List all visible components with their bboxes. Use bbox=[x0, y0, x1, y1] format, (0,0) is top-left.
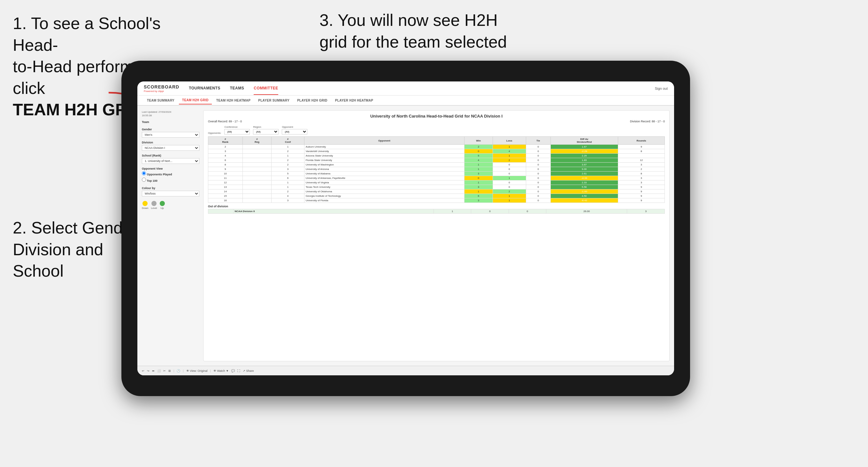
school-select[interactable]: 1. University of Nort... bbox=[142, 158, 199, 164]
cell-reg bbox=[243, 163, 272, 167]
cell-diff: 5.56 bbox=[551, 185, 618, 189]
logo-area: SCOREBOARD Powered by clippi bbox=[144, 84, 179, 93]
gender-select[interactable]: Men's bbox=[142, 132, 199, 138]
top-100-option[interactable]: Top 100 bbox=[142, 178, 199, 182]
opponent-filter-select[interactable]: (All) bbox=[282, 129, 307, 134]
table-row: 12 1 University of Virginia 1 0 0 2.33 3 bbox=[208, 181, 665, 185]
nav-tournaments[interactable]: TOURNAMENTS bbox=[189, 82, 220, 95]
cell-opponent: University of Washington bbox=[304, 163, 464, 167]
out-division-loss: 0 bbox=[471, 209, 508, 214]
school-section: School (Rank) 1. University of Nort... bbox=[142, 154, 199, 164]
col-rank: #Rank bbox=[208, 137, 243, 145]
division-select[interactable]: NCAA Division I bbox=[142, 145, 199, 151]
ann2-line2: Division and bbox=[13, 240, 103, 259]
cell-rank: 4 bbox=[208, 154, 243, 158]
subnav-team-h2h-grid[interactable]: TEAM H2H GRID bbox=[179, 96, 212, 104]
up-label: Up bbox=[160, 207, 163, 210]
cell-opponent: Georgia Institute of Technology bbox=[304, 194, 464, 198]
share-button[interactable]: ↗ Share bbox=[243, 369, 254, 372]
cell-rounds: 9 bbox=[618, 198, 664, 203]
cell-rank: 6 bbox=[208, 158, 243, 163]
cell-reg bbox=[243, 189, 272, 194]
out-division-row: NCAA Division II 1 0 0 26.00 3 bbox=[208, 209, 665, 214]
division-section: Division NCAA Division I bbox=[142, 141, 199, 151]
cell-reg bbox=[243, 176, 272, 181]
cell-loss: 0 bbox=[493, 172, 526, 176]
table-row: 14 2 University of Oklahoma 1 2 0 -1.00 … bbox=[208, 189, 665, 194]
cell-tie: 0 bbox=[526, 167, 551, 172]
cell-conf: 1 bbox=[272, 185, 304, 189]
table-row: 11 6 University of Arkansas, Fayettevill… bbox=[208, 176, 665, 181]
redo-button[interactable]: ↪ bbox=[147, 369, 150, 372]
cell-loss: 0 bbox=[493, 163, 526, 167]
cell-diff: 2.33 bbox=[551, 181, 618, 185]
overall-record: Overall Record: 89 - 17 - 0 bbox=[208, 120, 242, 123]
cell-loss: 1 bbox=[493, 154, 526, 158]
cell-reg bbox=[243, 198, 272, 203]
conference-filter-label: Conference bbox=[224, 126, 250, 128]
view-original-button[interactable]: 👁 View: Original bbox=[186, 369, 208, 372]
col-win: Win bbox=[464, 137, 493, 145]
out-of-division-label: Out of division bbox=[208, 205, 665, 208]
ann3-line1: 3. You will now see H2H bbox=[319, 11, 498, 29]
col-opponent: Opponent bbox=[304, 137, 464, 145]
ann2-line3: School bbox=[13, 261, 64, 280]
sub-nav: TEAM SUMMARY TEAM H2H GRID TEAM H2H HEAT… bbox=[137, 95, 674, 106]
cell-opponent: University of Arizona bbox=[304, 167, 464, 172]
cell-rank: 16 bbox=[208, 198, 243, 203]
cell-conf: 2 bbox=[272, 163, 304, 167]
nav-committee[interactable]: COMMITTEE bbox=[254, 82, 278, 95]
cell-tie: 0 bbox=[526, 154, 551, 158]
cell-loss: 2 bbox=[493, 158, 526, 163]
table-row: 15 4 Georgia Institute of Technology 6 1… bbox=[208, 194, 665, 198]
nav-items: TOURNAMENTS TEAMS COMMITTEE bbox=[189, 82, 655, 95]
undo-button[interactable]: ↩ bbox=[142, 369, 145, 372]
down-color-dot bbox=[143, 201, 148, 206]
cell-win: 4 bbox=[464, 158, 493, 163]
h2h-data-table: #Rank #Reg #Conf Opponent Win Loss Tie D… bbox=[208, 136, 665, 203]
cell-rounds: 12 bbox=[618, 158, 664, 163]
cell-diff: -6.42 bbox=[551, 198, 618, 203]
cell-win: 3 bbox=[464, 198, 493, 203]
cell-opponent: University of Arkansas, Fayetteville bbox=[304, 176, 464, 181]
cell-conf: 1 bbox=[272, 145, 304, 149]
opponents-played-option[interactable]: Opponents Played bbox=[142, 171, 199, 176]
cell-win: 3 bbox=[464, 172, 493, 176]
cell-conf: 3 bbox=[272, 198, 304, 203]
cell-rank: 2 bbox=[208, 145, 243, 149]
opponent-view-label: Opponent View bbox=[142, 167, 199, 170]
comment-button[interactable]: 💬 bbox=[231, 369, 235, 372]
subnav-player-h2h-heatmap[interactable]: PLAYER H2H HEATMAP bbox=[332, 97, 376, 104]
opponents-played-radio[interactable] bbox=[142, 171, 146, 175]
cell-loss: 0 bbox=[493, 167, 526, 172]
cell-loss: 1 bbox=[493, 198, 526, 203]
subnav-player-h2h-grid[interactable]: PLAYER H2H GRID bbox=[294, 97, 331, 104]
top-100-radio[interactable] bbox=[142, 178, 146, 182]
fullscreen-button[interactable]: ⛶ bbox=[237, 369, 240, 372]
col-loss: Loss bbox=[493, 137, 526, 145]
cell-opponent: Vanderbilt University bbox=[304, 149, 464, 154]
cell-rounds: 2 bbox=[618, 167, 664, 172]
nav-teams[interactable]: TEAMS bbox=[230, 82, 244, 95]
colour-by-select[interactable]: Win/loss bbox=[142, 191, 199, 196]
subnav-team-summary[interactable]: TEAM SUMMARY bbox=[144, 97, 178, 104]
subnav-player-summary[interactable]: PLAYER SUMMARY bbox=[255, 97, 292, 104]
cell-diff: 1.67 bbox=[551, 145, 618, 149]
cell-rank: 13 bbox=[208, 185, 243, 189]
conference-filter-select[interactable]: (All) bbox=[224, 129, 250, 134]
cell-rounds: 3 bbox=[618, 181, 664, 185]
cell-rank: 8 bbox=[208, 163, 243, 167]
sign-out-button[interactable]: Sign out bbox=[655, 87, 668, 90]
cell-conf: 4 bbox=[272, 194, 304, 198]
region-filter-select[interactable]: (All) bbox=[253, 129, 279, 134]
watch-button[interactable]: 👁 Watch ▼ bbox=[213, 369, 229, 372]
colour-by-section: Colour by Win/loss bbox=[142, 187, 199, 196]
cell-loss: 0 bbox=[493, 181, 526, 185]
cell-rounds: 3 bbox=[618, 163, 664, 167]
cell-reg bbox=[243, 158, 272, 163]
filter-region: Region (All) bbox=[253, 126, 279, 134]
ann3-line2: grid for the team selected bbox=[319, 33, 507, 51]
table-row: 2 1 Auburn University 2 1 0 1.67 9 bbox=[208, 145, 665, 149]
cell-win: 2 bbox=[464, 145, 493, 149]
subnav-team-h2h-heatmap[interactable]: TEAM H2H HEATMAP bbox=[213, 97, 254, 104]
